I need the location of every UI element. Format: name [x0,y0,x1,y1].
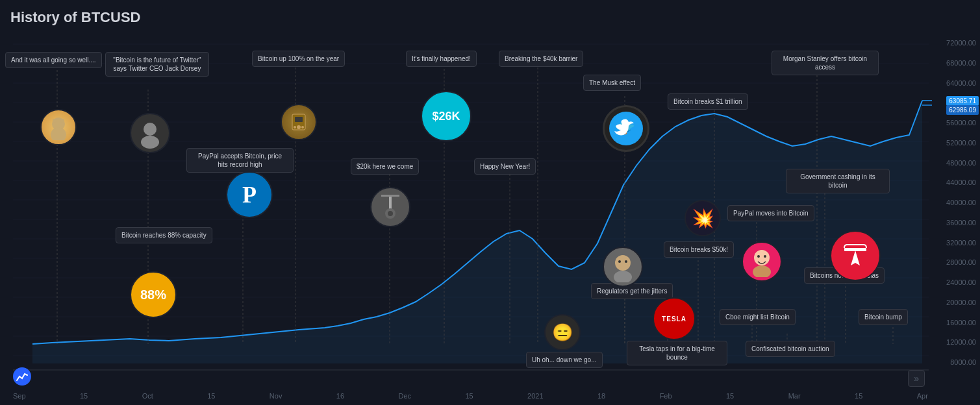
current-price-2: 62986.09 [946,105,979,115]
tv-watermark [13,367,31,386]
annotation-confiscated: Confiscated bitcoin auction [746,341,835,357]
circle-marker-explosion: 💥 [685,200,721,236]
forward-button[interactable]: » [908,370,925,387]
svg-point-46 [144,123,157,136]
circle-marker-paypal: P [226,171,273,218]
circle-marker-antenna [370,187,410,227]
annotation-regulators: Regulators get the jitters [591,283,673,299]
circle-marker-avatar1 [40,109,77,145]
svg-point-44 [53,119,57,123]
annotation-tesla-bounce: Tesla taps in for a big-time bounce [627,341,727,365]
annotation-down: Uh oh... down we go... [526,352,603,368]
annotation-100pct: Bitcoin up 100% on the year [252,51,345,67]
circle-marker-twitter: 🐦 [603,105,649,152]
svg-point-50 [297,125,301,129]
annotation-cboe: Cboe might list Bitcoin [720,309,796,325]
annotation-new-year: Happy New Year! [474,158,536,175]
annotation-gov-cash: Government cashing in its bitcoin [786,169,890,193]
annotation-88pct: Bitcoin reaches 88% capacity [116,227,212,243]
svg-point-62 [625,260,627,263]
circle-marker-tesla-badge: TESLA [653,297,696,340]
svg-point-56 [388,211,393,216]
svg-rect-54 [381,195,399,197]
tv-logo [13,367,31,386]
annotation-morgan: Morgan Stanley offers bitcoin access [772,51,879,75]
annotation-musk: The Musk effect [583,75,641,91]
annotation-going-well: And it was all going so well.... [5,52,102,68]
svg-point-59 [615,255,631,271]
svg-point-64 [753,265,771,277]
circle-marker-jukebox [281,104,317,140]
annotation-finally: It's finally happened! [406,51,477,67]
annotation-paypal-moves: PayPal moves into Bitcoin [727,205,814,221]
circle-marker-yellen [603,247,643,287]
circle-marker-paypal-face [742,241,782,282]
annotation-bump: Bitcoin bump [859,309,908,325]
circle-marker-tesla-logo [830,230,881,281]
annotation-50k: Bitcoin breaks $50k! [664,241,734,258]
circle-marker-88pct: 88% [130,271,177,318]
svg-point-52 [301,126,304,129]
svg-point-66 [764,255,766,258]
svg-point-43 [51,127,66,140]
annotation-20k: $20k here we come [351,158,419,175]
circle-marker-dorsey [130,113,170,153]
circle-marker-26k: $26K [421,91,471,141]
svg-point-45 [60,119,64,123]
svg-point-60 [614,271,632,282]
svg-point-47 [141,136,159,149]
svg-point-51 [294,126,296,129]
svg-point-65 [757,255,760,258]
annotation-40k: Breaking the $40k barrier [499,51,583,67]
svg-rect-68 [853,248,858,251]
page-title: History of BTCUSD [10,9,140,26]
chart-container: History of BTCUSD [0,0,980,405]
annotation-trillion: Bitcoin breaks $1 trillion [668,93,748,110]
annotation-twitter: "Bitcoin is the future of Twitter" says … [105,52,209,77]
current-price-1: 63085.71 [946,96,979,106]
circle-marker-emoji: 😑 [544,314,581,350]
svg-rect-49 [295,117,303,122]
svg-point-61 [618,260,621,263]
annotation-paypal-accepts: PayPal accepts Bitcoin, price hits recor… [186,148,294,173]
